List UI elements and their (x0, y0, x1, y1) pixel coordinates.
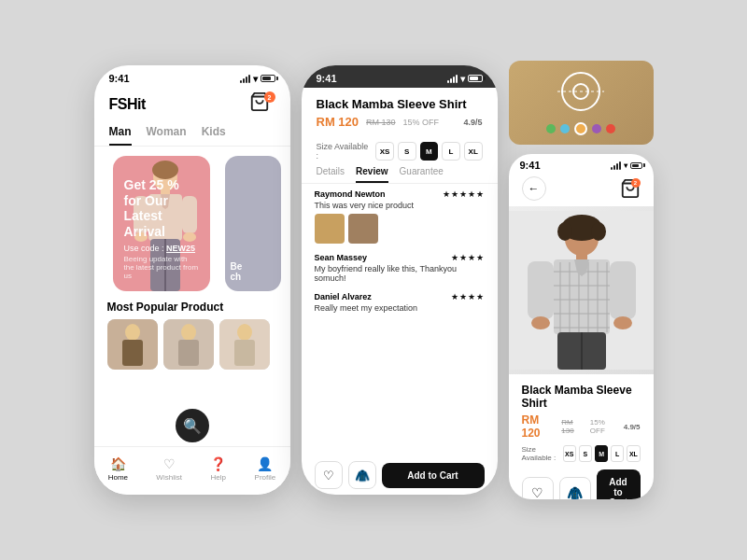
product-image (509, 206, 654, 374)
heart-icon: ♡ (163, 456, 176, 471)
nav-wishlist[interactable]: ♡ Wishlist (156, 456, 182, 482)
product-thumb-2[interactable] (163, 319, 214, 370)
p3-size-label: Size Available : (522, 445, 560, 462)
p3-cart-button[interactable]: 2 (620, 178, 641, 199)
p3-price-old: RM 130 (561, 418, 585, 435)
p3-discount: 15% OFF (590, 418, 618, 435)
second-banner: Bech (225, 156, 281, 291)
size-xl[interactable]: XL (464, 142, 483, 161)
nav-help[interactable]: ❓ Help (210, 456, 226, 482)
tab-woman[interactable]: Woman (147, 125, 187, 146)
color-dot-green[interactable] (546, 124, 556, 133)
status-icons-3: ▾ (611, 161, 642, 170)
search-fab[interactable]: 🔍 (176, 409, 209, 442)
home-icon: 🏠 (110, 456, 126, 471)
cart-button[interactable]: 2 (249, 91, 275, 118)
product-list (94, 319, 290, 370)
color-scene (509, 61, 654, 145)
wishlist-button[interactable]: ♡ (315, 461, 343, 489)
size-s[interactable]: S (398, 142, 416, 161)
section-title: Most Popular Product (94, 291, 290, 319)
wifi-icon-2: ▾ (460, 74, 465, 84)
status-bar-3: 9:41 ▾ (509, 154, 654, 173)
hero-content: Get 25 % for Our Latest Arrival Use code… (124, 177, 199, 280)
hero-title: Get 25 % for Our Latest Arrival (124, 177, 199, 240)
time-2: 9:41 (317, 73, 337, 84)
p3-product-name: Black Mamba Sleeve Shirt (522, 384, 641, 410)
reviewer-name-1: Raymond Newton (315, 189, 386, 199)
svg-point-46 (531, 316, 550, 329)
back-button[interactable]: ← (522, 176, 546, 201)
app-header: FSHit 2 (94, 88, 290, 125)
nav-home-label: Home (108, 473, 128, 482)
hero-desc: Beeing update with the latest product fr… (124, 255, 199, 280)
color-dot-purple[interactable] (592, 124, 601, 133)
p3-price-row: RM 120 RM 130 15% OFF 4.9/5 (522, 413, 641, 440)
stars-2: ★★★★ (451, 253, 485, 262)
p3-size-xs[interactable]: XS (563, 445, 576, 462)
size-l[interactable]: L (442, 142, 460, 161)
review-2: Sean Massey ★★★★ My boyfriend really lik… (315, 253, 485, 283)
svg-point-19 (237, 324, 252, 341)
hero-code-label: Use code : NEW25 (124, 244, 199, 253)
product-header: Black Mamba Sleeve Shirt RM 120 RM 130 1… (302, 88, 498, 136)
battery-icon-2 (468, 75, 483, 82)
p3-size-m[interactable]: M (595, 445, 608, 462)
status-bar-dark: 9:41 ▾ (302, 65, 498, 88)
right-panel: 9:41 ▾ ← 2 (509, 61, 654, 499)
bottom-navigation: 🏠 Home ♡ Wishlist ❓ Help 👤 Profile (94, 446, 290, 495)
size-xs[interactable]: XS (375, 142, 394, 161)
tab-review[interactable]: Review (356, 166, 388, 183)
add-to-cart-button[interactable]: Add to Cart (382, 463, 485, 488)
p3-rating: 4.9/5 (624, 423, 641, 431)
size-selector: Size Available : XS S M L XL (302, 136, 498, 166)
hoop-image (557, 68, 604, 115)
hero-banner: Get 25 % for Our Latest Arrival Use code… (113, 156, 210, 291)
svg-point-13 (125, 324, 140, 341)
p3-size-s[interactable]: S (579, 445, 592, 462)
product-thumb-3[interactable] (219, 319, 270, 370)
tab-man[interactable]: Man (109, 125, 132, 146)
p3-hanger-button[interactable]: 🧥 (559, 477, 591, 500)
svg-point-29 (591, 222, 606, 241)
reviewer-name-3: Daniel Alvarez (315, 292, 372, 301)
review-1: Raymond Newton ★★★★★ This was very nice … (315, 189, 485, 244)
svg-rect-44 (528, 261, 554, 319)
nav-help-label: Help (211, 473, 226, 482)
nav-profile[interactable]: 👤 Profile (255, 456, 276, 482)
time-1: 9:41 (109, 73, 130, 84)
color-dot-blue[interactable] (560, 124, 570, 133)
tab-guarantee[interactable]: Guarantee (400, 166, 444, 183)
product-tabs: Details Review Guarantee (302, 166, 498, 184)
p3-action-row: ♡ 🧥 Add to Cart (522, 469, 641, 499)
nav-home[interactable]: 🏠 Home (108, 456, 128, 482)
wifi-icon-3: ▾ (624, 161, 627, 170)
nav-wishlist-label: Wishlist (156, 473, 182, 482)
tab-kids[interactable]: Kids (202, 125, 226, 146)
p3-size-xl[interactable]: XL (627, 445, 640, 462)
color-dot-red[interactable] (606, 124, 615, 133)
price-old: RM 130 (366, 118, 396, 127)
stars-3: ★★★★ (451, 292, 485, 301)
p3-wishlist-button[interactable]: ♡ (522, 477, 554, 500)
signal-icon-3 (611, 161, 621, 170)
tab-details[interactable]: Details (317, 166, 345, 183)
time-3: 9:41 (520, 160, 541, 171)
phone-review: 9:41 ▾ Black Mamba Sleeve Shirt RM 120 R… (302, 65, 498, 495)
phone-home: 9:41 ▾ FSHit 2 Man Woman Kids (94, 65, 290, 495)
color-dot-orange[interactable] (574, 122, 587, 135)
size-label: Size Available : (317, 142, 373, 161)
size-m[interactable]: M (420, 142, 439, 161)
p3-size-selector: Size Available : XS S M L XL (522, 445, 641, 462)
p3-size-l[interactable]: L (611, 445, 624, 462)
p3-add-to-cart-button[interactable]: Add to Cart (597, 469, 641, 499)
svg-point-16 (181, 324, 196, 341)
hanger-button[interactable]: 🧥 (348, 461, 376, 489)
product-thumb-1[interactable] (107, 319, 158, 370)
svg-point-28 (557, 222, 572, 241)
svg-point-47 (613, 316, 632, 329)
p3-product-content: Black Mamba Sleeve Shirt RM 120 RM 130 1… (509, 374, 654, 499)
review-images-1 (315, 214, 485, 244)
basketball-bg (509, 61, 654, 145)
signal-icon-2 (447, 75, 458, 83)
